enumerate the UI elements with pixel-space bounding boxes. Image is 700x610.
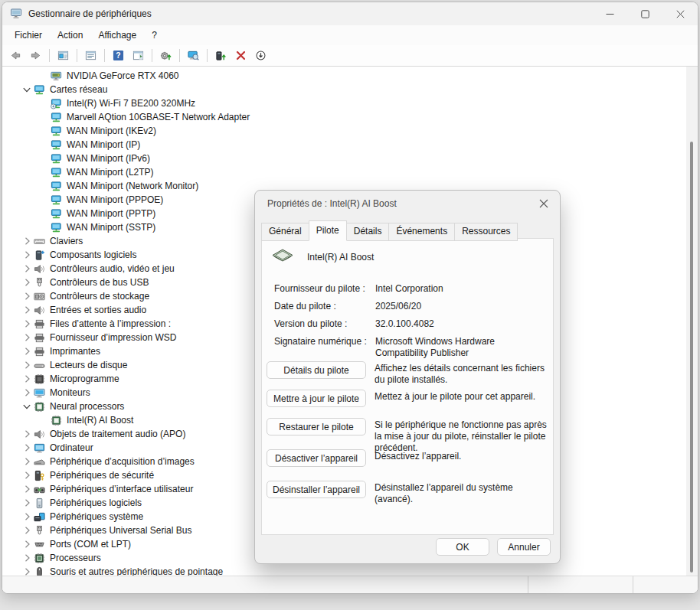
statusbar-segment — [633, 576, 698, 593]
menu-item-fichier[interactable]: Fichier — [7, 27, 50, 44]
cancel-button[interactable]: Annuler — [497, 538, 551, 556]
chevron-right-icon[interactable] — [21, 553, 33, 563]
maximize-button[interactable] — [627, 2, 662, 25]
ok-button[interactable]: OK — [436, 538, 489, 556]
chevron-down-icon[interactable] — [21, 403, 33, 411]
action-pane-button[interactable] — [129, 47, 148, 64]
vertical-scrollbar[interactable] — [686, 67, 698, 576]
tree-item-label: Processeurs — [50, 553, 104, 563]
scrollbar-thumb[interactable] — [690, 142, 693, 572]
tab-details[interactable]: Détails — [346, 223, 390, 241]
tree-item[interactable]: Marvell AQtion 10GBASE-T Network Adapter — [2, 110, 686, 124]
chevron-right-icon[interactable] — [21, 319, 33, 328]
chevron-right-icon[interactable] — [21, 540, 33, 549]
software-component-icon — [33, 249, 45, 261]
back-button[interactable] — [6, 47, 25, 64]
field-label: Version du pilote : — [274, 318, 375, 330]
remove-device-button[interactable] — [231, 47, 250, 64]
tab-evenements[interactable]: Événements — [388, 223, 455, 241]
keyboard-icon — [33, 235, 45, 247]
driver-action-row: Mettre à jour le piloteMettez à jour le … — [267, 390, 548, 407]
chevron-right-icon[interactable] — [21, 498, 33, 507]
scan-hardware-icon — [188, 50, 200, 62]
menu-item-aide[interactable]: ? — [144, 27, 165, 44]
action-description: Mettez à jour le pilote pour cet apparei… — [375, 390, 548, 403]
dialog-close-button[interactable] — [538, 197, 550, 210]
driver-field-row: Fournisseur du pilote :Intel Corporation — [274, 283, 545, 295]
chevron-right-icon[interactable] — [21, 526, 33, 535]
printer-icon — [33, 345, 45, 357]
tree-item[interactable]: WAN Miniport (L2TP) — [2, 165, 686, 179]
tree-item[interactable]: WAN Miniport (IP) — [2, 138, 686, 152]
tree-item-label: Ordinateur — [50, 442, 96, 453]
forward-button[interactable] — [26, 47, 45, 64]
help-icon: ? — [113, 50, 125, 62]
titlebar: Gestionnaire de périphériques — [2, 2, 698, 25]
software-device-icon — [33, 497, 45, 509]
audio-controller-icon — [33, 428, 45, 440]
network-adapter-icon — [50, 139, 62, 151]
tree-item-label: Moniteurs — [50, 387, 93, 398]
tab-general[interactable]: Général — [261, 223, 309, 241]
disable-device-button[interactable] — [251, 47, 270, 64]
properties-button[interactable] — [81, 47, 100, 64]
chevron-right-icon[interactable] — [21, 567, 33, 576]
chevron-right-icon[interactable] — [21, 292, 33, 301]
chevron-right-icon[interactable] — [21, 429, 33, 439]
network-adapter-icon — [50, 207, 62, 220]
chevron-right-icon[interactable] — [21, 457, 33, 466]
scan-hardware-button[interactable] — [184, 47, 203, 64]
usb-icon — [33, 276, 45, 289]
tree-item-label: WAN Miniport (IKEv2) — [67, 126, 159, 136]
help-button[interactable]: ? — [109, 47, 128, 64]
field-value: 32.0.100.4082 — [375, 318, 545, 330]
chevron-right-icon[interactable] — [21, 236, 33, 246]
tree-item[interactable]: WAN Miniport (IKEv2) — [2, 124, 686, 138]
tree-item-label: Composants logiciels — [50, 250, 139, 260]
console-tree-button[interactable] — [54, 47, 73, 64]
minimize-button[interactable] — [592, 2, 627, 25]
menu-item-action[interactable]: Action — [50, 27, 90, 44]
desinstaller-appareil-button[interactable]: Désinstaller l’appareil — [267, 481, 366, 498]
toolbar-separator — [152, 49, 152, 62]
chevron-down-icon[interactable] — [21, 86, 33, 94]
chevron-right-icon[interactable] — [21, 347, 33, 356]
tree-item-label: Claviers — [50, 236, 86, 246]
tree-item-label: Cartes réseau — [50, 84, 110, 95]
chevron-right-icon[interactable] — [21, 484, 33, 494]
tree-item[interactable]: Intel(R) Wi-Fi 7 BE200 320MHz — [2, 96, 686, 110]
tree-item[interactable]: NVIDIA GeForce RTX 4060 — [2, 69, 686, 83]
restaurer-le-pilote-button[interactable]: Restaurer le pilote — [267, 418, 366, 435]
tab-pilote[interactable]: Pilote — [309, 220, 347, 241]
chevron-right-icon[interactable] — [21, 374, 33, 383]
action-description: Désinstallez l’appareil du système (avan… — [375, 481, 548, 505]
chevron-right-icon[interactable] — [21, 250, 33, 259]
desactiver-appareil-button[interactable]: Désactiver l’appareil — [267, 449, 366, 467]
uninstall-device-button[interactable] — [211, 47, 231, 64]
chevron-right-icon[interactable] — [21, 333, 33, 342]
tree-item[interactable]: Souris et autres périphériques de pointa… — [2, 565, 686, 576]
details-du-pilote-button[interactable]: Détails du pilote — [267, 361, 366, 379]
chevron-right-icon[interactable] — [21, 512, 33, 521]
tree-item-label: Imprimantes — [50, 346, 103, 357]
chevron-right-icon[interactable] — [21, 471, 33, 480]
chevron-right-icon[interactable] — [21, 264, 33, 273]
chevron-right-icon[interactable] — [21, 360, 33, 370]
mettre-a-jour-le-pilote-button[interactable]: Mettre à jour le pilote — [267, 390, 366, 407]
close-button[interactable] — [662, 2, 698, 25]
chevron-right-icon[interactable] — [21, 443, 33, 452]
update-driver-button[interactable] — [156, 47, 175, 64]
tree-item[interactable]: WAN Miniport (IPv6) — [2, 152, 686, 165]
chevron-right-icon[interactable] — [21, 388, 33, 397]
menubar: FichierActionAffichage? — [2, 25, 698, 45]
remove-device-icon — [235, 50, 247, 62]
chevron-right-icon[interactable] — [21, 305, 33, 315]
tree-item[interactable]: Cartes réseau — [2, 83, 686, 96]
statusbar — [2, 576, 698, 593]
menu-item-affichage[interactable]: Affichage — [90, 27, 144, 44]
tree-item-label: WAN Miniport (SSTP) — [67, 222, 159, 233]
field-value: Intel Corporation — [375, 283, 545, 295]
tab-ressources[interactable]: Ressources — [454, 223, 518, 241]
chevron-right-icon[interactable] — [21, 278, 33, 287]
tree-item-label: Files d’attente à l’impression : — [50, 318, 174, 329]
